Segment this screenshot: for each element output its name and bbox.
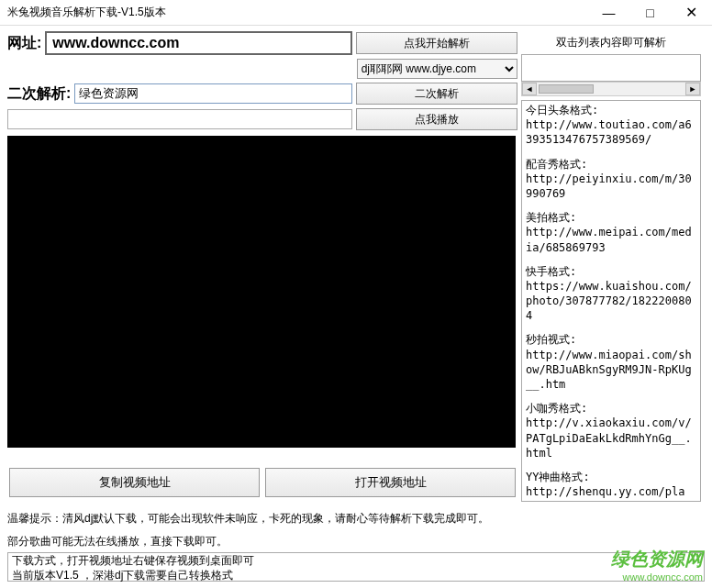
format-peiyinxiu: 配音秀格式: http://peiyinxiu.com/m/30990769 — [526, 157, 696, 202]
format-help-panel: 今日头条格式: http://www.toutiao.com/a63935134… — [521, 100, 701, 502]
second-parse-input[interactable] — [74, 83, 352, 104]
format-miaopai: 秒拍视式: http://www.miaopai.com/show/RBJuAB… — [526, 332, 696, 392]
bottom-line1: 下载方式，打开视频地址右键保存视频到桌面即可 — [12, 554, 700, 569]
minimize-button[interactable]: — — [588, 0, 629, 25]
play-input[interactable] — [7, 109, 352, 129]
titlebar: 米兔视频音乐解析下载-V1.5版本 — □ ✕ — [0, 0, 712, 26]
tip-line1: 温馨提示：清风dj默认下载，可能会出现软件未响应，卡死的现象，请耐心等待解析下载… — [7, 510, 521, 527]
bottom-line2: 当前版本V1.5 ，深港dj下载需要自己转换格式 — [12, 569, 700, 583]
maximize-button[interactable]: □ — [629, 0, 671, 25]
video-player[interactable] — [7, 136, 516, 448]
format-meipai: 美拍格式: http://www.meipai.com/media/685869… — [526, 210, 696, 255]
url-label: 网址: — [7, 34, 41, 53]
scroll-left-icon[interactable]: ◄ — [522, 83, 537, 95]
second-parse-label: 二次解析: — [7, 84, 71, 104]
play-button[interactable]: 点我播放 — [356, 108, 517, 130]
right-panel-header: 双击列表内容即可解析 — [521, 31, 701, 54]
close-button[interactable]: ✕ — [671, 0, 712, 25]
scroll-thumb[interactable] — [539, 84, 594, 94]
tip-line2: 部分歌曲可能无法在线播放，直接下载即可。 — [7, 533, 521, 550]
copy-address-button[interactable]: 复制视频地址 — [9, 468, 260, 497]
window-title: 米兔视频音乐解析下载-V1.5版本 — [7, 5, 166, 20]
second-parse-button[interactable]: 二次解析 — [356, 83, 517, 105]
format-xiaokaxiu: 小咖秀格式: http://v.xiaokaxiu.com/v/PATgLpiD… — [526, 401, 696, 460]
url-input[interactable] — [45, 31, 352, 55]
format-kuaishou: 快手格式: https://www.kuaishou.com/photo/307… — [526, 264, 696, 324]
scroll-right-icon[interactable]: ► — [685, 83, 700, 95]
scroll-track[interactable] — [537, 83, 685, 95]
start-parse-button[interactable]: 点我开始解析 — [356, 32, 517, 54]
horizontal-scrollbar[interactable]: ◄ ► — [521, 82, 701, 96]
bottom-info-box: 下载方式，打开视频地址右键保存视频到桌面即可 当前版本V1.5 ，深港dj下载需… — [7, 552, 705, 582]
open-address-button[interactable]: 打开视频地址 — [265, 468, 516, 497]
site-select[interactable]: dj耶耶网 www.djye.com — [357, 59, 517, 79]
format-shenqu: YY神曲格式: http://shenqu.yy.com/play/id_113… — [526, 470, 696, 502]
parse-listbox[interactable] — [521, 54, 701, 82]
tips-text: 温馨提示：清风dj默认下载，可能会出现软件未响应，卡死的现象，请耐心等待解析下载… — [7, 510, 521, 550]
format-toutiao: 今日头条格式: http://www.toutiao.com/a63935134… — [526, 103, 696, 148]
window-controls: — □ ✕ — [588, 0, 712, 25]
